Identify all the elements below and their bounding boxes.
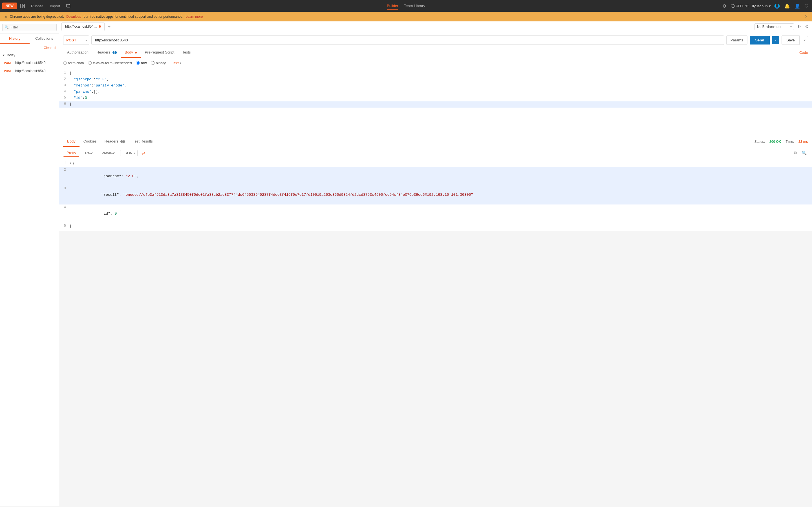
resp-line-content-1: {: [73, 160, 75, 167]
sync-icon[interactable]: ⚙: [721, 2, 727, 10]
form-data-option[interactable]: form-data: [63, 61, 84, 65]
warning-close-button[interactable]: ×: [805, 14, 808, 19]
time-label: Time:: [785, 140, 794, 144]
pretty-format-tab[interactable]: Pretty: [63, 150, 80, 157]
today-group[interactable]: ▾ Today: [0, 52, 59, 59]
globe-icon[interactable]: 🌐: [773, 2, 781, 10]
params-button[interactable]: Params: [726, 36, 748, 45]
search-response-button[interactable]: 🔍: [801, 149, 808, 157]
resp-line-3: 3 "result": "enode://cfb3af513da3a7a8138…: [59, 186, 812, 204]
binary-option[interactable]: binary: [151, 61, 166, 65]
type-arrow-icon: ▾: [180, 61, 181, 64]
resp-line-content-5: }: [69, 223, 71, 230]
code-line-2: 2 "jsonrpc":"2.0",: [59, 76, 812, 83]
warning-text: Chrome apps are being deprecated.: [10, 15, 64, 18]
import-nav-item[interactable]: Import: [47, 2, 63, 10]
tests-tab[interactable]: Tests: [178, 47, 195, 58]
send-dropdown-button[interactable]: ▾: [772, 36, 779, 44]
svg-rect-2: [23, 6, 24, 8]
warning-learn-more-link[interactable]: Learn more: [186, 15, 203, 18]
person-icon[interactable]: 👤: [794, 2, 801, 10]
code-line-6: 6 }: [59, 101, 812, 108]
history-item-2[interactable]: POST http://localhost:8540: [0, 67, 59, 75]
collections-tab[interactable]: Collections: [30, 34, 59, 44]
warning-download-link[interactable]: Download: [66, 15, 81, 18]
more-tabs-button[interactable]: ···: [114, 23, 122, 30]
offline-indicator: OFFLINE: [730, 3, 750, 9]
url-input[interactable]: [91, 36, 724, 45]
bell-icon[interactable]: 🔔: [783, 2, 791, 10]
line-num-1: 1: [59, 70, 69, 76]
line-num-5: 5: [59, 95, 69, 101]
format-type-select[interactable]: JSON ▾: [120, 150, 138, 156]
filter-search-icon: 🔍: [4, 25, 9, 29]
user-menu[interactable]: liyuechun ▾: [752, 4, 771, 8]
urlencoded-radio[interactable]: [88, 61, 92, 65]
env-dropdown-wrap: No Environment ▾: [755, 23, 794, 30]
today-label: Today: [6, 53, 15, 57]
history-item-1[interactable]: POST http://localhost:8540: [0, 59, 59, 67]
resp-line-num-2: 2: [59, 167, 69, 186]
urlencoded-option[interactable]: x-www-form-urlencoded: [88, 61, 132, 65]
raw-radio[interactable]: [136, 61, 140, 65]
history-tab[interactable]: History: [0, 34, 30, 44]
svg-point-5: [731, 4, 734, 8]
request-builder: POST GET PUT DELETE ▾ Params Send ▾ Save…: [59, 32, 812, 47]
heart-icon[interactable]: ♡: [804, 2, 810, 10]
word-wrap-button[interactable]: ⇌: [140, 150, 147, 156]
status-label: Status:: [755, 140, 765, 144]
resp-line-2: 2 "jsonrpc": "2.0",: [59, 167, 812, 186]
resp-line-5: 5 }: [59, 223, 812, 230]
team-library-nav-item[interactable]: Team Library: [404, 3, 425, 10]
runner-nav-item[interactable]: Runner: [28, 2, 46, 10]
resp-line-num-4: 4: [59, 205, 69, 223]
new-button[interactable]: NEW: [2, 3, 17, 9]
authorization-tab[interactable]: Authorization: [63, 47, 93, 58]
code-line-4: 4 "params":[],: [59, 89, 812, 95]
method-select[interactable]: POST GET PUT DELETE: [63, 36, 89, 45]
binary-radio[interactable]: [151, 61, 154, 65]
status-value: 200 OK: [769, 140, 781, 144]
clear-all-button[interactable]: Clear all: [44, 46, 56, 50]
resp-line-num-5: 5: [59, 223, 69, 230]
sidebar-actions: Clear all: [0, 44, 59, 52]
response-tabs-bar: Body Cookies Headers 7 Test Results Stat…: [59, 136, 812, 147]
method-badge-1: POST: [4, 61, 13, 64]
filter-input[interactable]: [2, 24, 57, 31]
env-eye-button[interactable]: 👁: [796, 23, 802, 30]
body-tab[interactable]: Body: [121, 47, 141, 58]
resp-line-num-3: 3: [59, 186, 69, 204]
new-window-button[interactable]: [64, 2, 72, 10]
code-button[interactable]: Code: [799, 48, 808, 57]
env-gear-button[interactable]: ⚙: [804, 23, 810, 31]
main-layout: 🔍 History Collections Clear all ▾ Today …: [0, 21, 812, 506]
resp-line-content-2: "jsonrpc": "2.0",: [69, 167, 139, 186]
layout-icon-button[interactable]: [18, 2, 27, 10]
form-data-radio[interactable]: [63, 61, 67, 65]
request-tabs: Authorization Headers 1 Body Pre-request…: [59, 47, 812, 58]
resp-body-tab[interactable]: Body: [63, 136, 80, 147]
add-tab-button[interactable]: +: [106, 23, 113, 31]
history-url-1: http://localhost:8540: [15, 61, 45, 65]
request-tab-1[interactable]: http://localhost:854…: [61, 22, 105, 31]
raw-format-tab[interactable]: Raw: [82, 150, 96, 156]
headers-tab[interactable]: Headers 1: [93, 47, 121, 58]
expand-icon-1[interactable]: ▾: [69, 160, 71, 167]
send-button[interactable]: Send: [750, 36, 770, 45]
request-tab-url: http://localhost:854…: [65, 24, 97, 29]
type-selector[interactable]: Text ▾: [172, 61, 181, 65]
preview-format-tab[interactable]: Preview: [98, 150, 118, 156]
resp-headers-tab[interactable]: Headers 7: [101, 136, 129, 147]
line-content-1: {: [69, 70, 71, 76]
save-dropdown-button[interactable]: ▾: [802, 36, 808, 44]
pre-request-tab[interactable]: Pre-request Script: [141, 47, 178, 58]
save-button[interactable]: Save: [781, 36, 800, 45]
raw-option[interactable]: raw: [136, 61, 147, 65]
resp-cookies-tab[interactable]: Cookies: [80, 136, 101, 147]
resp-test-results-tab[interactable]: Test Results: [129, 136, 157, 147]
svg-rect-0: [20, 4, 22, 8]
code-editor[interactable]: 1 { 2 "jsonrpc":"2.0", 3 "method":"parit…: [59, 68, 812, 136]
environment-select[interactable]: No Environment: [755, 23, 794, 30]
copy-response-button[interactable]: ⧉: [793, 149, 798, 157]
builder-nav-item[interactable]: Builder: [387, 3, 398, 10]
